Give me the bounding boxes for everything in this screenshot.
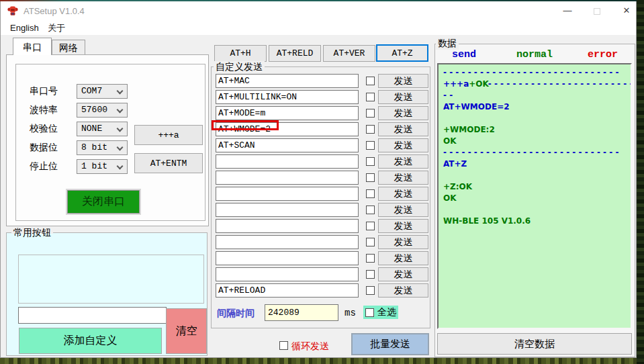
log-segment: AT+WMODE=2 <box>443 102 510 111</box>
chevron-down-icon <box>117 163 124 170</box>
tab-serial[interactable]: 串口 <box>13 38 52 55</box>
send-command-button-1[interactable]: 发送 <box>378 74 428 88</box>
command-checkbox-4[interactable] <box>366 125 375 134</box>
command-input-9[interactable] <box>216 203 359 217</box>
command-checkbox-9[interactable] <box>366 206 375 214</box>
annotation-highlight-box <box>212 120 279 130</box>
common-buttons-list[interactable] <box>18 255 204 304</box>
command-input-6[interactable] <box>216 154 359 169</box>
baud-rate-select[interactable]: 57600 <box>77 103 128 118</box>
interval-time-input[interactable] <box>265 304 338 321</box>
com-port-select[interactable]: COM7 <box>77 84 128 99</box>
stop-bits-value: 1 bit <box>81 161 107 171</box>
log-segment: - - <box>443 91 453 100</box>
at-entm-button[interactable]: AT+ENTM <box>134 153 203 173</box>
command-checkbox-13[interactable] <box>366 270 375 279</box>
add-custom-button[interactable]: 添加自定义 <box>19 328 162 354</box>
tab-network[interactable]: 网络 <box>52 40 85 55</box>
at-z-button[interactable]: AT+Z <box>376 44 428 62</box>
log-line: AT+WMODE=2 <box>443 101 626 113</box>
send-command-button-4[interactable]: 发送 <box>378 122 428 136</box>
command-checkbox-5[interactable] <box>366 141 375 150</box>
command-input-3[interactable] <box>216 106 359 120</box>
log-line: - - - - - - - - - - - - - - - - - - - - … <box>443 147 626 158</box>
custom-command-entry-input[interactable] <box>18 307 167 324</box>
legend-normal: normal <box>516 49 553 60</box>
command-input-14[interactable] <box>216 283 359 298</box>
command-checkbox-6[interactable] <box>366 157 375 166</box>
send-command-button-2[interactable]: 发送 <box>378 90 428 104</box>
chevron-down-icon <box>117 144 124 151</box>
chevron-down-icon <box>117 126 124 132</box>
send-command-button-10[interactable]: 发送 <box>378 219 428 233</box>
command-checkbox-3[interactable] <box>366 109 375 118</box>
legend-error: error <box>588 49 618 60</box>
send-command-button-13[interactable]: 发送 <box>378 267 428 281</box>
log-line: - - - - - - - - - - - - - - - - - - - - … <box>443 67 626 79</box>
command-checkbox-12[interactable] <box>366 254 375 263</box>
data-bits-select[interactable]: 8 bit <box>77 140 128 155</box>
plus-a-button[interactable]: +++a <box>134 125 203 145</box>
command-input-1[interactable] <box>216 74 359 88</box>
loop-send-checkbox[interactable] <box>279 341 288 350</box>
select-all-checkbox[interactable] <box>365 308 374 317</box>
legend-send: send <box>452 49 476 60</box>
app-icon <box>7 5 18 16</box>
command-checkbox-1[interactable] <box>366 77 375 85</box>
command-checkbox-8[interactable] <box>366 189 375 198</box>
maximize-button[interactable] <box>586 1 608 20</box>
command-input-8[interactable] <box>216 187 359 201</box>
command-input-10[interactable] <box>216 219 359 233</box>
command-checkbox-11[interactable] <box>366 238 375 246</box>
command-input-12[interactable] <box>216 251 359 265</box>
log-segment: +Z:OK <box>443 182 472 191</box>
data-log-area[interactable]: - - - - - - - - - - - - - - - - - - - - … <box>437 63 632 329</box>
window-title: ATSetup V1.0.4 <box>24 6 85 16</box>
at-reld-button[interactable]: AT+RELD <box>269 45 321 62</box>
select-all-label: 全选 <box>377 306 396 318</box>
send-command-button-12[interactable]: 发送 <box>378 251 428 265</box>
batch-send-button[interactable]: 批量发送 <box>351 333 429 355</box>
send-command-button-8[interactable]: 发送 <box>378 187 428 201</box>
log-line: +WMODE:2 <box>443 124 626 136</box>
baud-rate-label: 波特率 <box>30 104 58 116</box>
chevron-down-icon <box>117 88 124 95</box>
log-line: AT+Z <box>443 158 626 170</box>
command-input-2[interactable] <box>216 90 359 104</box>
close-serial-port-button[interactable]: 关闭串口 <box>67 190 140 214</box>
log-line <box>443 204 626 216</box>
menu-item-about[interactable]: 关于 <box>44 21 69 34</box>
send-command-button-3[interactable]: 发送 <box>378 106 428 120</box>
at-ver-button[interactable]: AT+VER <box>323 45 375 62</box>
log-line: +++a+OK- - - - - - - - - - - - - - - - -… <box>443 79 626 90</box>
command-checkbox-14[interactable] <box>366 286 375 295</box>
menu-item-english[interactable]: English <box>6 21 43 34</box>
close-button[interactable]: ✕ <box>616 1 637 20</box>
parity-select[interactable]: NONE <box>77 122 128 136</box>
send-command-button-11[interactable]: 发送 <box>378 235 428 249</box>
send-command-button-9[interactable]: 发送 <box>378 203 428 217</box>
maximize-icon <box>594 8 600 15</box>
log-segment: - - - - - - - - - - - - - - - - - - - - … <box>443 148 618 157</box>
select-all-control: 全选 <box>363 306 398 319</box>
baud-rate-value: 57600 <box>81 105 107 115</box>
desktop-wallpaper-bottom <box>0 358 637 364</box>
at-h-button[interactable]: AT+H <box>214 45 267 62</box>
command-input-13[interactable] <box>216 267 359 281</box>
command-input-11[interactable] <box>216 235 359 249</box>
send-command-button-7[interactable]: 发送 <box>378 171 428 185</box>
command-input-5[interactable] <box>216 138 359 152</box>
command-input-7[interactable] <box>216 171 359 185</box>
send-command-button-5[interactable]: 发送 <box>378 138 428 152</box>
command-checkbox-7[interactable] <box>366 173 375 182</box>
log-segment: +OK <box>469 79 488 89</box>
command-checkbox-10[interactable] <box>366 222 375 230</box>
clear-common-button[interactable]: 清空 <box>166 308 207 354</box>
command-checkbox-2[interactable] <box>366 93 375 101</box>
send-command-button-14[interactable]: 发送 <box>378 283 428 298</box>
send-command-button-6[interactable]: 发送 <box>378 154 428 169</box>
clear-data-button[interactable]: 清空数据 <box>437 333 632 355</box>
log-line <box>443 113 626 124</box>
stop-bits-select[interactable]: 1 bit <box>77 159 128 174</box>
minimize-button[interactable]: — <box>557 1 578 20</box>
